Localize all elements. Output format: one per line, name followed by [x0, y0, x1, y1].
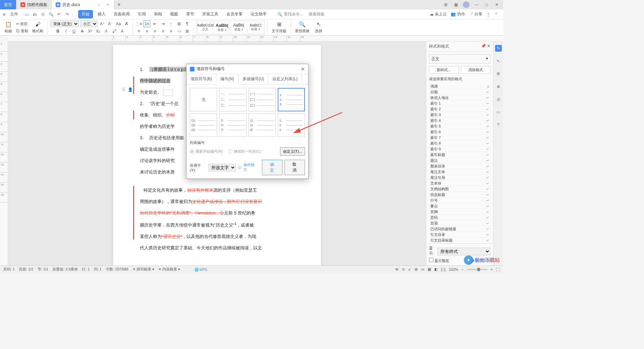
indent-inc-icon[interactable]: ⇥ [160, 20, 166, 27]
style-list-item[interactable]: 收信人地址↵ [429, 95, 490, 101]
layout-icon[interactable]: ⊞ [443, 2, 449, 8]
showmark-icon[interactable]: ¶ [184, 20, 191, 27]
radio-restart[interactable]: 重新开始编号(R) [190, 149, 223, 154]
zoom-in-icon[interactable]: + [491, 267, 493, 271]
style-list-item[interactable]: 信息标题↵ [429, 192, 490, 198]
style-list-item[interactable]: 强调a [429, 84, 490, 89]
shading-icon[interactable]: ▭ [176, 28, 182, 35]
comment-icon[interactable]: ☰ [122, 87, 125, 92]
ruler-vertical[interactable]: 1234 5678 9101112 13141516 [0, 42, 8, 265]
font-color-icon[interactable]: A [103, 28, 110, 35]
num-none[interactable]: 无 [190, 88, 217, 111]
close-icon[interactable]: ✕ [494, 2, 500, 8]
select-button[interactable]: ↖选择 [314, 20, 324, 34]
style-normal[interactable]: AaBbCcDd正文 [197, 21, 213, 34]
style-gallery[interactable]: AaBbCcDd正文 AaBb(标题 1 AaBb(标题 2 AaBbC(标题 … [196, 20, 265, 35]
radio-continue[interactable]: 继续前一列表(C) [228, 149, 261, 154]
find-replace-button[interactable]: 🔍查找替换 [293, 20, 311, 34]
num-decimal[interactable]: 1. 2. 3. [278, 88, 305, 111]
style-list-item[interactable]: 尾注引用↵ [429, 175, 490, 181]
paste-button[interactable]: 📋 粘贴 [3, 20, 13, 34]
style-list-item[interactable]: 行号↵ [429, 198, 490, 203]
strike-icon[interactable]: A̶ [79, 28, 86, 35]
view-mode-2[interactable]: ▭ [421, 267, 424, 271]
status-section[interactable]: 节: 1/1 [38, 267, 48, 272]
select-tool-icon[interactable]: ↖ [495, 58, 502, 64]
minimize-icon[interactable]: — [474, 2, 480, 8]
style-list-item[interactable]: 索引 6↵ [429, 129, 490, 135]
avatar[interactable] [463, 1, 470, 8]
bullets-icon[interactable]: ⋮≡ [136, 20, 142, 27]
maximize-icon[interactable]: □ [484, 2, 490, 8]
settings-tool-icon[interactable]: ⚙ [495, 70, 502, 77]
shrink-font-icon[interactable]: A⁻ [107, 20, 114, 27]
tab-template[interactable]: D 找稻壳模板 [16, 0, 52, 9]
coop-button[interactable]: 👥 协作 [451, 11, 465, 17]
style-h3[interactable]: AaBbC(标题 3 [248, 21, 264, 34]
chevron-up-icon[interactable]: ⌃ [494, 12, 498, 17]
undo-icon[interactable]: ↶ [56, 12, 62, 17]
border-icon[interactable]: ⊞ [184, 28, 191, 35]
char-border-icon[interactable]: A [119, 28, 126, 35]
style-list-item[interactable]: 索引标题↵ [429, 152, 490, 158]
view-icon-1[interactable]: 👁 [395, 267, 399, 271]
cut-button[interactable]: ✂ 剪切 [15, 21, 30, 27]
print-icon[interactable]: ⎙ [40, 12, 46, 17]
num-decimal2[interactable]: 1. 2. 3. [278, 113, 305, 137]
bold-icon[interactable]: B [55, 28, 61, 35]
style-h1[interactable]: AaBb(标题 1 [214, 21, 230, 34]
underline-icon[interactable]: U [71, 28, 77, 35]
status-words[interactable]: 字数: 207/586 [106, 267, 128, 272]
style-list-item[interactable]: 索引 8↵ [429, 141, 490, 146]
preview-icon[interactable]: 🔍 [48, 12, 54, 17]
status-spell[interactable]: ✕ 拼写检查 ▾ [132, 267, 154, 272]
num-cn1[interactable]: 一、 二、 三、 [219, 88, 246, 111]
zoom-out-icon[interactable]: − [462, 267, 464, 271]
tab-add-button[interactable]: + [114, 1, 124, 8]
apply-to-select[interactable]: 所选文字 [208, 164, 236, 171]
redo-icon[interactable]: ↷ [64, 12, 70, 17]
grow-font-icon[interactable]: A⁺ [99, 20, 106, 27]
zoom-slider[interactable] [467, 269, 487, 270]
style-list-item[interactable]: 文档结构图↵ [429, 186, 490, 192]
tab-close-icon[interactable]: ＋ [105, 2, 110, 8]
style-list-item[interactable]: 索引 2↵ [429, 106, 490, 112]
style-list-item[interactable]: 页眉↵ [429, 220, 490, 226]
cloud-status[interactable]: ☁ 未上云 [430, 11, 447, 17]
style-list-item[interactable]: 索引 1↵ [429, 101, 490, 106]
num-paren2[interactable]: 1) 2) 3) [249, 113, 276, 137]
preview-checkbox[interactable]: 显示预览 [429, 258, 449, 263]
menu-tab-dev[interactable]: 开发工具 [199, 10, 222, 18]
search-cmd[interactable]: 查找命令... [284, 11, 303, 17]
numbering-icon[interactable]: 1≡ [144, 20, 150, 27]
status-line[interactable]: 行: 1 [82, 267, 90, 272]
more-icon[interactable]: ⋮ [486, 12, 490, 17]
link-tool-icon[interactable]: ⊕ [495, 83, 502, 90]
clear-format-icon[interactable]: A̸ [123, 20, 130, 27]
show-select[interactable]: 所有样式 [437, 248, 490, 255]
style-h2[interactable]: AaBb(标题 2 [231, 21, 247, 34]
view-icon-3[interactable]: ↙ [408, 267, 411, 271]
cancel-button[interactable]: 取消 [284, 160, 305, 175]
dialog-tab-custom-list[interactable]: 自定义列表(L) [268, 74, 302, 84]
subscript-icon[interactable]: X₂ [95, 28, 102, 35]
dialog-close-icon[interactable]: ✕ [301, 66, 305, 72]
style-list-item[interactable]: 页脚↵ [429, 209, 490, 215]
custom-button[interactable]: 自定义(T)... [280, 147, 305, 156]
align-center-icon[interactable]: ≡ [144, 28, 150, 35]
help-link[interactable]: 操作技巧 [244, 162, 258, 172]
style-list-item[interactable]: 索引 5↵ [429, 123, 490, 129]
view-mode-3[interactable]: ▦ [428, 267, 431, 271]
view-icon-2[interactable]: © [402, 267, 405, 271]
search-tpl[interactable]: 搜索模板 [309, 11, 325, 17]
person-icon[interactable]: 👤 [128, 87, 133, 92]
menu-tab-vip[interactable]: 会员专享 [223, 10, 246, 18]
dialog-tab-bullets[interactable]: 项目符号(B) [186, 74, 216, 84]
menu-tab-view[interactable]: 视图 [167, 10, 181, 18]
menu-tab-ref[interactable]: 引用 [135, 10, 149, 18]
view-mode-4[interactable]: ◧ [434, 267, 438, 271]
format-painter-button[interactable]: 🖌 格式刷 [31, 21, 45, 34]
location-tool-icon[interactable]: ◎ [495, 96, 502, 103]
styles-tool-icon[interactable]: ✎ [495, 45, 502, 52]
ruler-horizontal[interactable]: 1234 5678 9101112 131415 [8, 36, 503, 42]
